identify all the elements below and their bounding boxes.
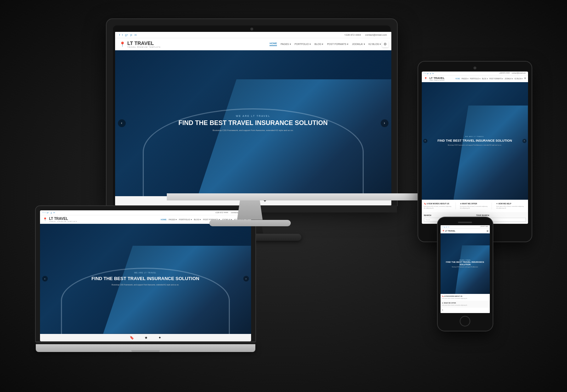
tablet-nav-blog[interactable]: BLOG ▾ [482, 78, 488, 80]
phone-offer: ★ WHAT WE OFFER lorem ipsum dolor sit am… [441, 301, 490, 307]
settings-icon[interactable]: ⚙ [382, 41, 389, 47]
nav-joomla[interactable]: JOOMLA! ▾ [352, 43, 365, 46]
social-icons: f t g+ 𝕡 in [119, 33, 137, 36]
site-topbar: f t g+ 𝕡 in +228 872 4444 contact@email.… [115, 32, 391, 38]
phone-social: f t g+ 𝕡 in [442, 226, 449, 228]
tablet-bridge [454, 106, 528, 200]
laptop-next-btn[interactable]: › [243, 276, 249, 282]
t-fb[interactable]: f [424, 72, 424, 74]
p-gp[interactable]: g+ [444, 226, 446, 228]
hero-next-button[interactable]: › [381, 119, 389, 127]
phone-menu-icon[interactable]: ☰ [487, 230, 488, 232]
laptop-nav-blog[interactable]: BLOG ▾ [194, 218, 201, 221]
tablet-nav-pages[interactable]: PAGES ▾ [461, 78, 468, 80]
tablet-camera [474, 67, 476, 69]
tablet-search-label: SEARCH [424, 214, 474, 216]
tw-icon[interactable]: t [45, 211, 45, 214]
phone-display: f t g+ 𝕡 in +228 872 4444 📍 [441, 225, 490, 313]
laptop-features: 🔖 ★ ✦ [40, 334, 251, 341]
p-pt[interactable]: 𝕡 [446, 226, 447, 228]
phone-hero-desc: Bootstrap CSS Framework, and support Fon… [452, 266, 478, 268]
tablet-email: contact@email.com [512, 72, 526, 74]
tablet-next[interactable]: › [522, 139, 527, 143]
tablet-contact: +228 872 4444 contact@email.com [499, 72, 526, 74]
phone-pin-icon: 📍 [442, 230, 444, 232]
laptop-nav-portfolio[interactable]: PORTFOLIO ▾ [179, 218, 192, 221]
laptop-topbar: f t g+ 𝕡 in +228 872 4444 contact@email.… [40, 210, 251, 215]
tablet-about-label: A FEW WORDS ABOUT US [427, 203, 449, 205]
tablet-help-header: ✦ HOW WE HELP [496, 203, 526, 205]
tablet-rebel2-icon: ✦ [496, 203, 498, 205]
phone-contact: +228 872 4444 [480, 226, 488, 228]
phone-topbar: f t g+ 𝕡 in +228 872 4444 [441, 225, 490, 229]
pinterest-icon[interactable]: 𝕡 [130, 33, 132, 36]
tablet-nav-joomla[interactable]: JOOMLA! ▾ [505, 78, 513, 80]
laptop-social: f t g+ 𝕡 in [43, 211, 55, 214]
tablet-brand: LT TRAVEL [430, 76, 445, 80]
laptop-rebel-icon: ✦ [158, 336, 161, 340]
p-li[interactable]: in [448, 226, 449, 228]
laptop-nav-pages[interactable]: PAGES ▾ [169, 218, 177, 221]
tablet-about-section: 🔖 A FEW WORDS ABOUT US lorem ipsum dolor… [424, 203, 456, 209]
laptop-phone: +228 872 4444 [215, 211, 228, 214]
tablet-nav-post[interactable]: POST FORMATS ▾ [489, 78, 503, 80]
monitor-camera [250, 28, 253, 30]
nav-k2blog[interactable]: K2 BLOG ▾ [369, 43, 381, 46]
laptop-hinge [36, 341, 255, 344]
tablet-social: f t g+ 𝕡 in [424, 72, 434, 74]
tablet-tagline: WE ARE LT TRAVEL [465, 136, 484, 137]
tablet-prev[interactable]: ‹ [423, 139, 427, 143]
twitter-icon[interactable]: t [122, 33, 123, 36]
tablet-gear[interactable]: ⚙ [523, 76, 527, 80]
phone-offer-label: WHAT WE OFFER [444, 302, 456, 304]
nav-portfolio[interactable]: PORTFOLIO ▾ [295, 43, 311, 46]
tablet-help-label: HOW WE HELP [498, 203, 511, 205]
tablet-nav-portfolio[interactable]: PORTFOLIO ▾ [470, 78, 481, 80]
laptop-brand: LT TRAVEL [49, 217, 78, 221]
phone-speaker [458, 222, 472, 223]
googleplus-icon[interactable]: g+ [125, 33, 128, 36]
li-icon[interactable]: in [53, 211, 55, 214]
tablet-topbar: f t g+ 𝕡 in +228 872 4444 contact@email.… [422, 72, 528, 75]
phone-help-header: ✦ [442, 309, 488, 311]
phone-home-button[interactable] [460, 316, 470, 326]
t-li[interactable]: in [432, 72, 434, 74]
facebook-icon[interactable]: f [119, 33, 120, 36]
hero-prev-button[interactable]: ‹ [118, 119, 126, 127]
phone-rebel-icon: ✦ [442, 309, 443, 311]
tablet-nav-home[interactable]: HOME [455, 78, 460, 80]
tablet-star2-icon: ★ [460, 203, 461, 205]
nav-home[interactable]: HOME [270, 42, 277, 46]
phone-hero-title: FIND THE BEST TRAVEL INSURANCE SOLUTION [442, 261, 488, 266]
tablet-offer-section: ★ WHAT WE OFFER lorem ipsum dolor sit am… [458, 203, 492, 209]
nav-blog[interactable]: BLOG ▾ [314, 43, 323, 46]
gp-icon[interactable]: g+ [47, 211, 49, 214]
tablet-brand-sub: TRAVEL PREMIUM TEMPLATE [430, 80, 445, 81]
t-pt[interactable]: 𝕡 [430, 72, 431, 74]
contact-info: +228 872 4444 contact@email.com [344, 34, 387, 36]
t-gp[interactable]: g+ [427, 72, 429, 74]
t-tw[interactable]: t [425, 72, 426, 74]
fb-icon[interactable]: f [43, 211, 44, 214]
tablet-nav-k2[interactable]: K2 BLOG ▾ [515, 78, 523, 80]
tablet-phone: +228 872 4444 [499, 72, 510, 74]
laptop-logo: 📍 LT TRAVEL TRAVEL PREMIUM TEMPLATE [43, 217, 78, 222]
laptop-brand-sub: TRAVEL PREMIUM TEMPLATE [49, 221, 78, 222]
linkedin-icon[interactable]: in [135, 33, 137, 36]
laptop-pin-icon: 📍 [43, 217, 47, 221]
p-tw[interactable]: t [443, 226, 443, 228]
laptop-prev-btn[interactable]: ‹ [42, 276, 48, 282]
tablet-hero-title: FIND THE BEST TRAVEL INSURANCE SOLUTION [437, 139, 512, 143]
nav-pages[interactable]: PAGES ▾ [280, 43, 291, 46]
phone-bridge [455, 245, 489, 294]
site-header: 📍 LT TRAVEL TRAVEL PREMIUM TEMPLATE HOME… [115, 38, 391, 50]
laptop-nav-home[interactable]: HOME [161, 218, 167, 221]
email-address: contact@email.com [365, 34, 387, 36]
p-fb[interactable]: f [442, 226, 442, 228]
laptop-website: f t g+ 𝕡 in +228 872 4444 contact@email.… [40, 210, 251, 341]
phone-about-header: 🔖 A FEW WORDS ABOUT US [442, 295, 488, 297]
tablet-about-header: 🔖 A FEW WORDS ABOUT US [424, 203, 453, 205]
nav-post-formats[interactable]: POST FORMATS ▾ [327, 43, 348, 46]
smartphone-device: f t g+ 𝕡 in +228 872 4444 📍 [438, 217, 493, 331]
pt-icon[interactable]: 𝕡 [51, 211, 52, 214]
